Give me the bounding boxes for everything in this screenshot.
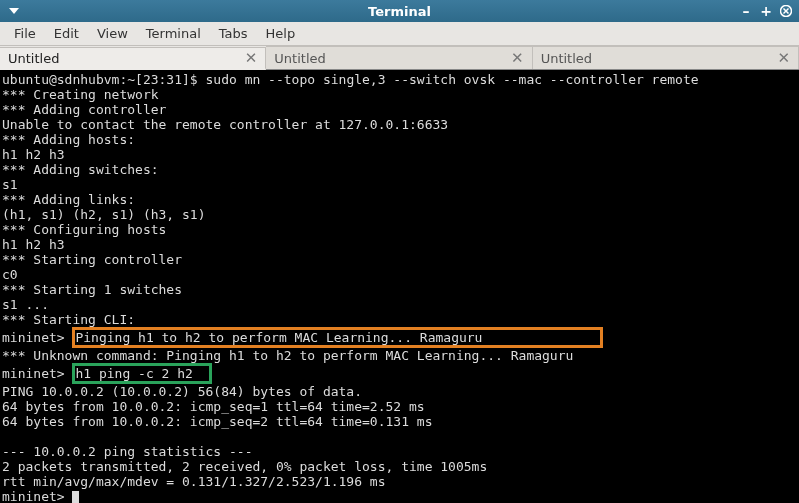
terminal-line: *** Starting CLI: xyxy=(2,312,135,327)
terminal-line: s1 ... xyxy=(2,297,49,312)
menu-edit[interactable]: Edit xyxy=(46,24,87,43)
window-title: Terminal xyxy=(0,4,799,19)
terminal-line: (h1, s1) (h2, s1) (h3, s1) xyxy=(2,207,213,222)
terminal-line: PING 10.0.0.2 (10.0.0.2) 56(84) bytes of… xyxy=(2,384,362,399)
window-titlebar: Terminal – + xyxy=(0,0,799,22)
highlight-orange: Pinging h1 to h2 to perform MAC Learning… xyxy=(72,327,602,348)
terminal-line: *** Adding hosts: xyxy=(2,132,135,147)
tab-1[interactable]: Untitled ✕ xyxy=(0,47,266,70)
maximize-button[interactable]: + xyxy=(759,4,773,18)
highlighted-command: h1 ping -c 2 h2 xyxy=(75,366,208,381)
shell-command: sudo mn --topo single,3 --switch ovsk --… xyxy=(206,72,699,87)
terminal-line: *** Starting 1 switches xyxy=(2,282,182,297)
tab-3[interactable]: Untitled ✕ xyxy=(533,46,799,69)
tab-label: Untitled xyxy=(274,51,325,66)
terminal-line: rtt min/avg/max/mdev = 0.131/1.327/2.523… xyxy=(2,474,386,489)
terminal-line: Unable to contact the remote controller … xyxy=(2,117,448,132)
window-controls: – + xyxy=(739,4,793,18)
terminal-line: s1 xyxy=(2,177,25,192)
terminal-line: --- 10.0.0.2 ping statistics --- xyxy=(2,444,252,459)
menu-view[interactable]: View xyxy=(89,24,136,43)
tab-close-icon[interactable]: ✕ xyxy=(245,51,258,66)
tab-bar: Untitled ✕ Untitled ✕ Untitled ✕ xyxy=(0,46,799,70)
tab-2[interactable]: Untitled ✕ xyxy=(266,46,532,69)
terminal-line: 2 packets transmitted, 2 received, 0% pa… xyxy=(2,459,487,474)
mininet-prompt: mininet> xyxy=(2,366,72,381)
menu-tabs[interactable]: Tabs xyxy=(211,24,256,43)
menu-terminal[interactable]: Terminal xyxy=(138,24,209,43)
terminal-line: *** Unknown command: Pinging h1 to h2 to… xyxy=(2,348,573,363)
terminal-line: h1 h2 h3 xyxy=(2,237,72,252)
minimize-button[interactable]: – xyxy=(739,4,753,18)
close-button[interactable] xyxy=(779,4,793,18)
terminal-line: *** Adding controller xyxy=(2,102,166,117)
shell-prompt: ubuntu@sdnhubvm:~[23:31]$ xyxy=(2,72,206,87)
terminal-line: *** Starting controller xyxy=(2,252,182,267)
terminal-line: *** Adding links: xyxy=(2,192,135,207)
tab-label: Untitled xyxy=(8,51,59,66)
terminal-line: h1 h2 h3 xyxy=(2,147,72,162)
terminal-line: *** Adding switches: xyxy=(2,162,159,177)
cursor xyxy=(72,491,79,503)
mininet-prompt: mininet> xyxy=(2,489,72,503)
highlighted-command: Pinging h1 to h2 to perform MAC Learning… xyxy=(75,330,599,345)
terminal-line: *** Creating network xyxy=(2,87,159,102)
terminal-line: *** Configuring hosts xyxy=(2,222,166,237)
tab-close-icon[interactable]: ✕ xyxy=(511,51,524,66)
tab-close-icon[interactable]: ✕ xyxy=(777,51,790,66)
mininet-prompt: mininet> xyxy=(2,330,72,345)
terminal-line: 64 bytes from 10.0.0.2: icmp_seq=2 ttl=6… xyxy=(2,414,432,429)
highlight-green: h1 ping -c 2 h2 xyxy=(72,363,211,384)
tab-label: Untitled xyxy=(541,51,592,66)
menu-help[interactable]: Help xyxy=(258,24,304,43)
terminal-line: c0 xyxy=(2,267,25,282)
menu-file[interactable]: File xyxy=(6,24,44,43)
terminal-line: 64 bytes from 10.0.0.2: icmp_seq=1 ttl=6… xyxy=(2,399,425,414)
menubar: File Edit View Terminal Tabs Help xyxy=(0,22,799,46)
terminal-output[interactable]: ubuntu@sdnhubvm:~[23:31]$ sudo mn --topo… xyxy=(0,70,799,503)
